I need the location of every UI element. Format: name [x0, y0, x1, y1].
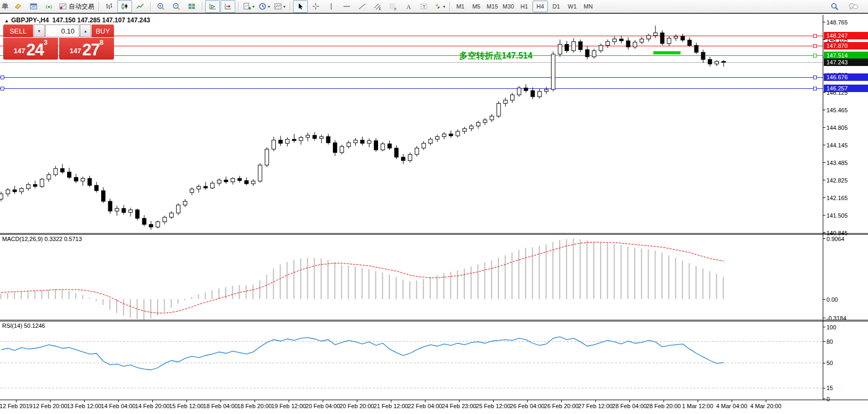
- buy-quote[interactable]: 147 27 8: [59, 38, 114, 60]
- line-handle[interactable]: [814, 54, 817, 57]
- dropdown-caret-icon[interactable]: ▾: [283, 4, 285, 9]
- equidistant-channel-icon[interactable]: E: [370, 0, 385, 13]
- zoom-out-icon[interactable]: [169, 0, 184, 13]
- panel-separator[interactable]: [0, 320, 868, 320]
- vertical-line-icon[interactable]: [324, 0, 339, 13]
- candlestick-chart[interactable]: [0, 15, 823, 233]
- sell-button[interactable]: SELL: [3, 24, 33, 37]
- candle-body: [68, 172, 71, 177]
- axis-tick: [823, 215, 825, 216]
- axis-tick: [823, 238, 825, 239]
- candle-body: [102, 191, 105, 201]
- line-handle[interactable]: [1, 76, 4, 79]
- axis-tick: [823, 22, 825, 22]
- volume-decrease-button[interactable]: ▼: [34, 24, 45, 37]
- macd-indicator-panel[interactable]: MACD(12,26,9) 0.3322 0.5713: [0, 235, 868, 320]
- macd-histogram-bar: [416, 280, 417, 299]
- autotrade-button[interactable]: 自动交易: [57, 0, 96, 13]
- timeframe-button-m15[interactable]: M15: [485, 1, 500, 12]
- macd-histogram-bar: [389, 275, 390, 299]
- fibonacci-icon[interactable]: F: [386, 0, 400, 13]
- macd-histogram-bar: [559, 240, 560, 299]
- timeframe-button-m5[interactable]: M5: [469, 1, 484, 12]
- time-tick-label: 20 Feb 20:00: [340, 403, 374, 409]
- new-chart-icon[interactable]: ▾: [241, 0, 256, 13]
- chart-window-icon[interactable]: [26, 0, 41, 13]
- macd-histogram-bar: [171, 299, 172, 308]
- chat-icon[interactable]: [846, 0, 861, 13]
- trendline-icon[interactable]: [355, 0, 370, 13]
- panel-separator[interactable]: [0, 234, 868, 235]
- candle-body: [265, 149, 269, 165]
- line-handle[interactable]: [1, 87, 4, 90]
- timeframe-button-m30[interactable]: M30: [501, 1, 516, 12]
- tile-windows-icon[interactable]: [184, 0, 199, 13]
- line-handle[interactable]: [814, 35, 817, 38]
- dropdown-caret-icon[interactable]: ▾: [443, 4, 445, 9]
- search-icon[interactable]: [827, 0, 842, 13]
- candle-body: [490, 116, 494, 120]
- timeframe-button-w1[interactable]: W1: [564, 1, 580, 12]
- timeframe-button-m1[interactable]: M1: [453, 1, 468, 12]
- macd-histogram-bar: [546, 245, 547, 300]
- candle-body: [443, 134, 446, 137]
- cursor-icon[interactable]: [293, 0, 308, 13]
- macd-histogram-bar: [573, 238, 574, 299]
- candle-body: [640, 39, 644, 42]
- timeframe-button-h1[interactable]: H1: [517, 1, 532, 12]
- price-tick-label: 142.165: [826, 195, 848, 201]
- line-handle[interactable]: [814, 76, 817, 79]
- chart-shift-icon[interactable]: [220, 0, 235, 13]
- price-axis-line[interactable]: [823, 15, 823, 400]
- horizontal-line-icon[interactable]: [339, 0, 354, 13]
- dropdown-caret-icon[interactable]: ▾: [252, 4, 255, 9]
- label-icon[interactable]: T: [416, 0, 431, 13]
- collapse-triangle-icon[interactable]: ▲: [4, 18, 9, 23]
- time-tick-label: 18 Feb 20:00: [238, 403, 272, 409]
- macd-histogram-bar: [198, 294, 199, 299]
- periods-icon[interactable]: ▾: [257, 0, 272, 13]
- rsi-tick-label: 100: [826, 324, 836, 330]
- timeframe-button-h4[interactable]: H4: [533, 1, 548, 12]
- sell-quote[interactable]: 147 24 3: [3, 38, 58, 60]
- time-tick-label: 28 Feb 20:00: [646, 403, 681, 409]
- crosshair-icon[interactable]: [308, 0, 323, 13]
- candle-body: [292, 139, 296, 141]
- rsi-chart[interactable]: [0, 321, 823, 400]
- auto-scroll-icon[interactable]: [205, 0, 220, 13]
- zoom-in-icon[interactable]: [153, 0, 168, 13]
- highlight-segment[interactable]: [653, 51, 681, 54]
- timeframe-button-d1[interactable]: D1: [548, 1, 564, 12]
- arrows-icon[interactable]: ▾: [432, 0, 447, 13]
- candlestick-icon[interactable]: [117, 0, 132, 13]
- signals-icon[interactable]: [42, 0, 56, 13]
- rsi-indicator-panel[interactable]: RSI(14) 50.1246: [0, 321, 868, 400]
- dropdown-caret-icon[interactable]: ▾: [268, 4, 270, 9]
- candle-body: [497, 103, 501, 116]
- panel-separator[interactable]: [0, 233, 868, 234]
- macd-histogram-bar: [430, 277, 431, 299]
- time-tick-label: 12 Feb 20:00: [33, 403, 68, 409]
- line-handle[interactable]: [814, 45, 817, 48]
- volume-increase-button[interactable]: ▲: [80, 24, 91, 37]
- candle-body: [299, 137, 303, 140]
- volume-input[interactable]: 0.10: [45, 24, 79, 37]
- candle-body: [531, 90, 535, 97]
- macd-histogram-bar: [293, 260, 294, 299]
- chart-ohlc-values: 147.150 147.285 147.107 147.243: [52, 16, 150, 24]
- macd-chart[interactable]: [0, 235, 823, 320]
- time-axis[interactable]: 12 Feb 201912 Feb 20:0013 Feb 12:0014 Fe…: [0, 400, 868, 414]
- buy-button[interactable]: BUY: [92, 24, 114, 37]
- menu-char[interactable]: 单: [2, 2, 10, 11]
- text-icon[interactable]: A: [401, 0, 416, 13]
- candle-body: [565, 44, 569, 51]
- templates-icon[interactable]: ▾: [272, 0, 287, 13]
- price-chart-panel[interactable]: 多空转折点147.514: [0, 15, 868, 233]
- timeframe-button-mn[interactable]: MN: [580, 1, 596, 12]
- bar-chart-icon[interactable]: [102, 0, 117, 13]
- line-chart-icon[interactable]: [133, 0, 148, 13]
- new-order-icon[interactable]: [11, 0, 26, 13]
- line-handle[interactable]: [814, 87, 817, 90]
- panel-separator[interactable]: [0, 321, 868, 321]
- svg-text:F: F: [395, 7, 397, 11]
